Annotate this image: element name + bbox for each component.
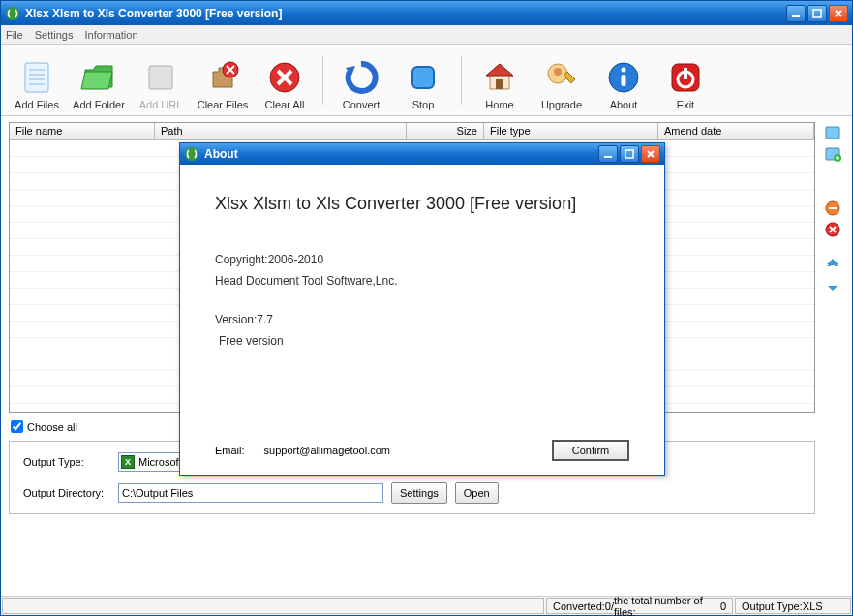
add-files-button[interactable]: Add Files [9,48,65,112]
exit-button[interactable]: Exit [657,48,714,112]
upgrade-icon [542,58,581,97]
window-title: Xlsx Xlsm to Xls Converter 3000 [Free ve… [25,7,786,20]
dialog-maximize-button[interactable] [620,145,639,163]
add-folder-button[interactable]: Add Folder [71,48,127,112]
col-file-name[interactable]: File name [10,123,155,139]
about-title: Xlsx Xlsm to Xls Converter 3000 [Free ve… [215,194,629,214]
clear-files-button[interactable]: Clear Files [195,48,251,112]
clear-all-label: Clear All [265,99,305,110]
output-dir-settings-button[interactable]: Settings [391,482,447,504]
status-stats: Converted: 0 / the total number of files… [546,598,733,614]
menu-information[interactable]: Information [84,29,137,41]
add-folder-label: Add Folder [73,99,125,110]
menu-file[interactable]: File [6,29,23,41]
choose-all-checkbox[interactable] [11,420,23,433]
about-edition: Free version [215,330,629,352]
folder-icon [79,58,118,97]
col-amend-date[interactable]: Amend date [658,123,814,139]
about-company: Head Document Tool Software,Lnc. [215,270,629,292]
dialog-title: About [204,147,598,161]
table-header: File name Path Size File type Amend date [10,123,814,140]
svg-rect-17 [622,75,626,86]
output-dir-input[interactable] [118,483,383,503]
side-buttons [821,122,844,592]
total-label: the total number of files: [614,595,720,617]
about-label: About [610,99,638,110]
svg-rect-21 [826,127,839,139]
svg-rect-12 [496,79,503,89]
col-size[interactable]: Size [407,123,484,139]
minimize-button[interactable] [786,5,806,22]
clear-all-icon [265,58,304,97]
status-progress [2,598,544,614]
side-remove-icon[interactable] [824,200,841,217]
home-label: Home [485,99,513,110]
output-dir-label: Output Directory: [23,487,110,499]
svg-point-16 [622,67,626,72]
upgrade-button[interactable]: Upgrade [533,48,590,112]
about-dialog: About Xlsx Xlsm to Xls Converter 3000 [F… [179,142,665,476]
svg-rect-8 [149,66,172,89]
output-type-label: Output Type: [23,456,110,468]
about-email: Email: support@allimagetool.com [215,444,390,457]
dialog-bottom-row: Email: support@allimagetool.com Confirm [215,440,629,461]
side-move-up-icon[interactable] [824,256,841,273]
maximize-button[interactable] [807,5,827,22]
confirm-label: Confirm [572,445,610,456]
dialog-close-button[interactable] [641,145,660,163]
stop-label: Stop [412,99,435,110]
svg-point-14 [554,68,562,76]
status-output-type: Output Type: XLS [735,598,851,614]
toolbar-separator [322,56,323,105]
side-add-folder-icon[interactable] [824,145,841,163]
total-value: 0 [720,601,726,612]
output-dir-open-button[interactable]: Open [455,482,499,504]
exit-label: Exit [677,99,694,110]
add-files-label: Add Files [15,99,59,110]
clear-files-icon [203,58,242,97]
svg-rect-25 [829,207,837,209]
output-dir-row: Output Directory: Settings Open [23,482,801,504]
dialog-body: Xlsx Xlsm to Xls Converter 3000 [Free ve… [180,165,664,475]
app-icon [5,6,20,21]
svg-rect-29 [625,150,633,158]
confirm-button[interactable]: Confirm [552,440,629,461]
svg-rect-28 [604,156,612,158]
dialog-window-buttons [598,145,660,163]
clear-all-button[interactable]: Clear All [257,48,313,112]
statusbar: Converted: 0 / the total number of files… [1,596,852,615]
svg-rect-20 [684,68,687,79]
toolbar-separator [461,56,462,105]
col-path[interactable]: Path [155,123,407,139]
about-version: Version:7.7 [215,309,629,330]
exit-icon [666,58,705,97]
col-file-type[interactable]: File type [484,123,658,139]
output-type-value: XLS [803,601,823,612]
dialog-minimize-button[interactable] [598,145,618,163]
dialog-app-icon [184,146,199,162]
svg-rect-2 [813,10,821,17]
close-button[interactable] [829,5,848,22]
add-url-label: Add URL [139,99,183,110]
about-copyright: Copyright:2006-2010 [215,249,629,270]
side-add-file-icon[interactable] [824,124,841,141]
home-icon [480,58,519,97]
email-label: Email: [215,445,245,456]
clear-files-label: Clear Files [198,99,249,110]
file-icon [17,58,56,97]
add-url-button[interactable]: Add URL [133,48,189,112]
stop-button[interactable]: Stop [395,48,451,112]
menu-settings[interactable]: Settings [35,29,74,41]
side-remove-all-icon[interactable] [824,221,841,238]
convert-button[interactable]: Convert [333,48,389,112]
side-move-down-icon[interactable] [824,277,841,294]
upgrade-label: Upgrade [541,99,582,110]
about-button[interactable]: About [595,48,652,112]
home-button[interactable]: Home [472,48,528,112]
menubar: File Settings Information [1,25,852,45]
xls-format-icon: X [121,455,135,469]
svg-rect-11 [412,67,434,88]
output-type-label: Output Type: [742,601,803,612]
dialog-titlebar: About [180,143,664,165]
url-icon [141,58,180,97]
